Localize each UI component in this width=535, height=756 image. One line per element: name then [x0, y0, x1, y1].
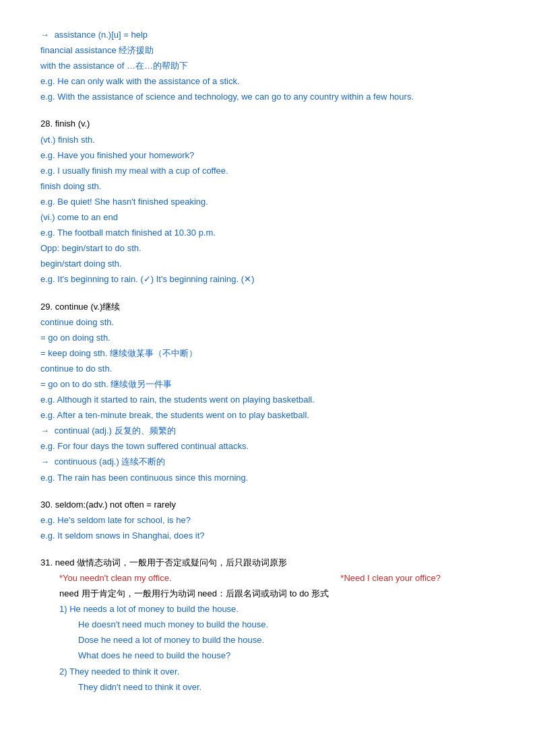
line-finish-5: e.g. Be quiet! She hasn't finished speak… [40, 195, 495, 209]
line-need-1: 1) He needs a lot of money to build the … [40, 602, 495, 617]
line-need-modal-examples: *You needn't clean my office. *Need I cl… [40, 571, 495, 586]
line-need-2a: They didn't need to think it over. [40, 680, 495, 695]
line-continue-3: = keep doing sth. 继续做某事（不中断） [40, 346, 495, 361]
line-finish-10: e.g. It's beginning to rain. (✓) It's be… [40, 272, 495, 287]
line-seldom-1: e.g. He's seldom late for school, is he? [40, 513, 495, 528]
line-finish-6: (vi.) come to an end [40, 210, 495, 225]
line-need-1c: What does he need to build the house? [40, 648, 495, 663]
line-need-1a: He doesn't need much money to build the … [40, 617, 495, 632]
arrow-icon-3: → [40, 454, 49, 469]
line-finish-1: (vt.) finish sth. [40, 133, 495, 147]
line-finish-9: begin/start doing sth. [40, 256, 495, 271]
line-assistance-4: e.g. He can only walk with the assistanc… [40, 74, 495, 89]
line-assistance-1: → assistance (n.)[u] = help [40, 28, 495, 42]
arrow-icon-2: → [40, 423, 49, 438]
line-continue-1: continue doing sth. [40, 315, 495, 330]
line-continue-2: = go on doing sth. [40, 331, 495, 345]
section-continue: 29. continue (v.)继续 continue doing sth. … [40, 300, 495, 485]
line-continue-4: continue to do sth. [40, 362, 495, 376]
line-finish-4: finish doing sth. [40, 179, 495, 194]
line-need-header: 31. need 做情态动词，一般用于否定或疑问句，后只跟动词原形 [40, 555, 495, 570]
page-content: → assistance (n.)[u] = help financial as… [40, 28, 495, 695]
line-continue-6: e.g. Although it started to rain, the st… [40, 392, 495, 407]
line-finish-7: e.g. The football match finished at 10.3… [40, 226, 495, 240]
line-assistance-3: with the assistance of …在…的帮助下 [40, 59, 495, 73]
line-assistance-2: financial assistance 经济援助 [40, 43, 495, 58]
line-continual-eg: e.g. For four days the town suffered con… [40, 439, 495, 454]
line-need-1b: Dose he need a lot of money to build the… [40, 633, 495, 648]
section-assistance: → assistance (n.)[u] = help financial as… [40, 28, 495, 104]
line-continue-7: e.g. After a ten-minute break, the stude… [40, 408, 495, 423]
line-finish-2: e.g. Have you finished your homework? [40, 148, 495, 163]
line-seldom-2: e.g. It seldom snows in Shanghai, does i… [40, 528, 495, 543]
line-finish-8: Opp: begin/start to do sth. [40, 241, 495, 256]
line-continue-header: 29. continue (v.)继续 [40, 300, 495, 314]
line-continue-5: = go on to do sth. 继续做另一件事 [40, 377, 495, 392]
section-finish: 28. finish (v.) (vt.) finish sth. e.g. H… [40, 116, 495, 287]
section-seldom: 30. seldom:(adv.) not often = rarely e.g… [40, 497, 495, 543]
arrow-icon: → [40, 28, 49, 42]
section-need: 31. need 做情态动词，一般用于否定或疑问句，后只跟动词原形 *You n… [40, 555, 495, 695]
line-need-2: 2) They needed to think it over. [40, 664, 495, 679]
line-continuous-eg: e.g. The rain has been continuous since … [40, 471, 495, 485]
line-finish-3: e.g. I usually finish my meal with a cup… [40, 164, 495, 178]
line-need-positive: need 用于肯定句，一般用行为动词 need：后跟名词或动词 to do 形式 [40, 586, 495, 601]
line-finish-header: 28. finish (v.) [40, 116, 495, 131]
line-continuous-arrow: → continuous (adj.) 连续不断的 [40, 454, 495, 469]
line-continual-arrow: → continual (adj.) 反复的、频繁的 [40, 423, 495, 438]
line-assistance-5: e.g. With the assistance of science and … [40, 90, 495, 104]
line-seldom-header: 30. seldom:(adv.) not often = rarely [40, 497, 495, 512]
